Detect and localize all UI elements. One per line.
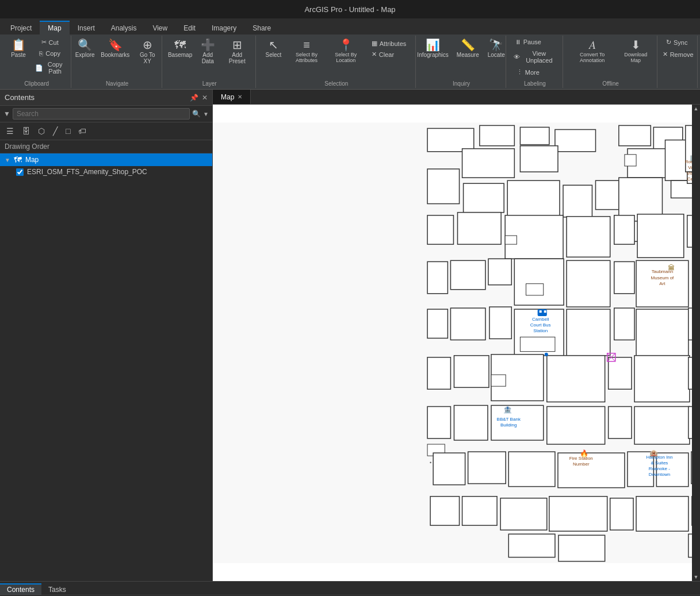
layer-checkbox[interactable] (16, 168, 24, 176)
svg-text:Station: Station (533, 328, 548, 333)
download-map-button[interactable]: ⬇ Download Map (618, 37, 653, 66)
svg-text:Roanoke -: Roanoke - (649, 466, 670, 471)
layer-name: ESRI_OSM_FTS_Amenity_Shop_POC (27, 168, 147, 176)
svg-rect-78 (559, 535, 605, 561)
more-button[interactable]: ⋮ More (511, 67, 545, 78)
clear-button[interactable]: ✕ Clear (368, 49, 410, 59)
attributes-button[interactable]: ▦ Attributes (368, 39, 410, 48)
svg-rect-34 (526, 284, 544, 295)
close-icon[interactable]: ✕ (202, 94, 208, 102)
sync-button[interactable]: ↻ Sync (660, 37, 694, 48)
add-preset-button[interactable]: ⊞ Add Preset (222, 37, 252, 67)
pin-icon[interactable]: 📌 (190, 94, 198, 102)
map-layer-name: Map (25, 156, 39, 164)
layer-label: Layer (202, 79, 217, 87)
view-unplaced-button[interactable]: 👁 View Unplaced (511, 48, 559, 66)
label-tool-button[interactable]: 🏷 (75, 125, 89, 137)
go-to-xy-button[interactable]: ⊕ Go To XY (133, 37, 162, 67)
tab-imagery[interactable]: Imagery (204, 21, 244, 34)
contents-header: Contents 📌 ✕ (0, 90, 212, 106)
basemap-button[interactable]: 🗺 Basemap (167, 37, 193, 60)
tab-edit[interactable]: Edit (175, 21, 204, 34)
select-button[interactable]: ↖ Select (261, 37, 286, 60)
database-view-button[interactable]: 🗄 (19, 125, 33, 137)
search-icon[interactable]: 🔍 (192, 110, 201, 118)
contents-toolbar: ☰ 🗄 ⬡ ╱ □ 🏷 (0, 122, 212, 140)
add-data-button[interactable]: ➕ Add Data (194, 37, 221, 67)
svg-text:Building: Building (500, 422, 517, 428)
tab-project[interactable]: Project (2, 21, 40, 34)
svg-rect-26 (567, 217, 610, 257)
svg-rect-44 (614, 308, 634, 340)
contents-title: Contents (5, 93, 35, 102)
map-canvas[interactable]: 🏛 🏢 🏦 🔥 🏨 Roanoke Valley Visitors Center… (213, 105, 700, 581)
locate-button[interactable]: 🔭 Locate (484, 37, 509, 60)
svg-rect-58 (491, 405, 544, 440)
svg-rect-59 (547, 406, 605, 444)
goto-icon: ⊕ (143, 39, 152, 51)
right-scrollbar[interactable]: ▲ ▼ (692, 105, 700, 581)
tab-tasks[interactable]: Tasks (41, 585, 73, 595)
svg-rect-40 (489, 307, 511, 339)
pause-button[interactable]: ⏸ Pause (511, 37, 545, 47)
infographics-button[interactable]: 📊 Infographics (414, 37, 452, 60)
select-loc-icon: 📍 (339, 39, 353, 51)
svg-rect-71 (462, 497, 498, 525)
selection-group: ↖ Select ≡ Select By Attributes 📍 Select… (257, 36, 416, 88)
list-view-button[interactable]: ☰ (3, 125, 17, 137)
explore-button[interactable]: 🔍 Explore (72, 37, 98, 60)
svg-rect-7 (619, 125, 651, 145)
tab-share[interactable]: Share (244, 21, 279, 34)
select-by-attributes-button[interactable]: ≡ Select By Attributes (287, 37, 326, 66)
scroll-down-icon[interactable]: ▼ (694, 574, 699, 580)
svg-rect-52 (609, 357, 632, 389)
line-tool-button[interactable]: ╱ (50, 125, 60, 137)
svg-rect-28 (637, 214, 684, 258)
remove-button[interactable]: ✕ Remove (660, 49, 697, 60)
svg-text:& Suites: & Suites (651, 460, 668, 466)
svg-text:•: • (430, 460, 431, 466)
svg-rect-74 (610, 498, 633, 530)
map-layer-item[interactable]: ▼ 🗺 Map (0, 153, 212, 166)
svg-rect-39 (450, 308, 485, 340)
svg-rect-2 (480, 125, 514, 145)
expand-arrow: ▼ (5, 157, 10, 163)
map-tab[interactable]: Map ✕ (213, 90, 251, 104)
svg-rect-51 (547, 356, 605, 402)
copy-button[interactable]: ⎘ Copy (32, 48, 67, 59)
svg-rect-10 (625, 155, 636, 166)
paste-button[interactable]: 📋 Paste (6, 37, 31, 60)
svg-rect-60 (609, 406, 632, 438)
cut-icon: ✂ (41, 39, 47, 46)
map-tabs: Map ✕ (213, 90, 700, 105)
tab-insert[interactable]: Insert (70, 21, 103, 34)
esri-layer-item[interactable]: ESRI_OSM_FTS_Amenity_Shop_POC (0, 166, 212, 178)
remove-icon: ✕ (663, 51, 668, 58)
convert-to-annotation-button[interactable]: 𝐴 Convert To Annotation (568, 37, 617, 66)
filter-icon[interactable]: ▼ (3, 110, 10, 118)
svg-point-83 (545, 353, 548, 356)
bookmarks-button[interactable]: 🔖 Bookmarks (99, 37, 132, 60)
measure-button[interactable]: 📏 Measure (453, 37, 483, 60)
selection-label: Selection (324, 79, 348, 87)
tab-contents[interactable]: Contents (0, 583, 41, 595)
tab-view[interactable]: View (144, 21, 175, 34)
svg-text:Downtown: Downtown (649, 472, 671, 477)
options-icon[interactable]: ▼ (203, 111, 209, 117)
tab-analysis[interactable]: Analysis (103, 21, 145, 34)
offline-group: 𝐴 Convert To Annotation ⬇ Download Map O… (564, 36, 657, 88)
scroll-up-icon[interactable]: ▲ (694, 106, 699, 111)
point-tool-button[interactable]: □ (63, 125, 73, 137)
copy-path-button[interactable]: 📄 Copy Path (32, 59, 67, 76)
map-tab-close[interactable]: ✕ (238, 94, 242, 100)
polygon-tool-button[interactable]: ⬡ (35, 125, 48, 137)
svg-rect-5 (462, 149, 515, 178)
svg-text:Number: Number (573, 462, 590, 467)
select-by-location-button[interactable]: 📍 Select By Location (327, 37, 365, 66)
drawing-order-label: Drawing Order (0, 140, 212, 153)
search-input[interactable] (13, 108, 190, 120)
attributes-icon: ▦ (372, 40, 377, 47)
svg-rect-38 (427, 309, 447, 338)
tab-map[interactable]: Map (40, 21, 69, 34)
cut-button[interactable]: ✂ Cut (32, 37, 67, 48)
